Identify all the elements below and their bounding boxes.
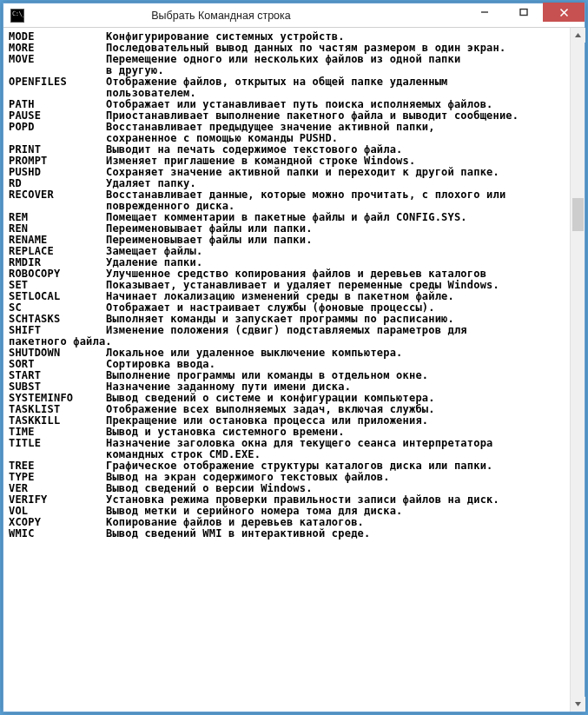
console-output[interactable]: MODEКонфигурирование системных устройств… [3,28,570,712]
svg-marker-5 [575,702,581,706]
scroll-down-button[interactable] [571,697,585,712]
command-name: POPD [9,122,106,133]
command-name: SETLOCAL [9,291,106,302]
close-button[interactable] [543,3,585,22]
command-name: OPENFILES [9,76,106,88]
console-line: REPLACEЗамещает файлы. [9,246,568,257]
window-title: Выбрать Командная строка [0,10,465,22]
command-name: RECOVER [9,189,106,201]
command-name: PUSHD [9,167,106,178]
console-line: MOVEПеремещение одного или нескольких фа… [9,54,568,65]
command-description: Перемещение одного или нескольких файлов… [106,54,568,65]
console-line: TITLEНазначение заголовка окна для текущ… [9,438,568,449]
scrollbar-thumb[interactable] [572,198,584,231]
client-area: MODEКонфигурирование системных устройств… [3,28,585,712]
command-name: TITLE [9,438,106,449]
command-description: Вывод сведений WMI в интерактивной среде… [106,528,568,540]
command-name: MOVE [9,54,106,65]
console-line: RECOVERВосстанавливает данные, которые м… [9,189,568,201]
console-line: WMICВывод сведений WMI в интерактивной с… [9,528,568,540]
console-line: PUSHDСохраняет значение активной папки и… [9,167,568,178]
window-buttons [465,3,585,27]
console-line: RENAMEПереименовывает файлы или папки. [9,235,568,246]
scroll-up-button[interactable] [571,28,585,43]
console-line: SHUTDOWNЛокальное или удаленное выключен… [9,348,568,359]
titlebar[interactable]: Выбрать Командная строка [3,3,585,28]
command-name: WMIC [9,528,106,540]
cmd-app-icon[interactable] [10,9,24,23]
maximize-button[interactable] [504,3,543,22]
svg-rect-1 [520,10,527,16]
console-line: OPENFILESОтображение файлов, открытых на… [9,76,568,88]
minimize-button[interactable] [465,3,504,22]
command-prompt-window: Выбрать Командная строка MODEКонфигуриро… [3,3,585,712]
vertical-scrollbar[interactable] [570,28,585,712]
command-description: Изменение положения (сдвиг) подставляемы… [106,325,568,336]
svg-marker-4 [575,33,581,37]
